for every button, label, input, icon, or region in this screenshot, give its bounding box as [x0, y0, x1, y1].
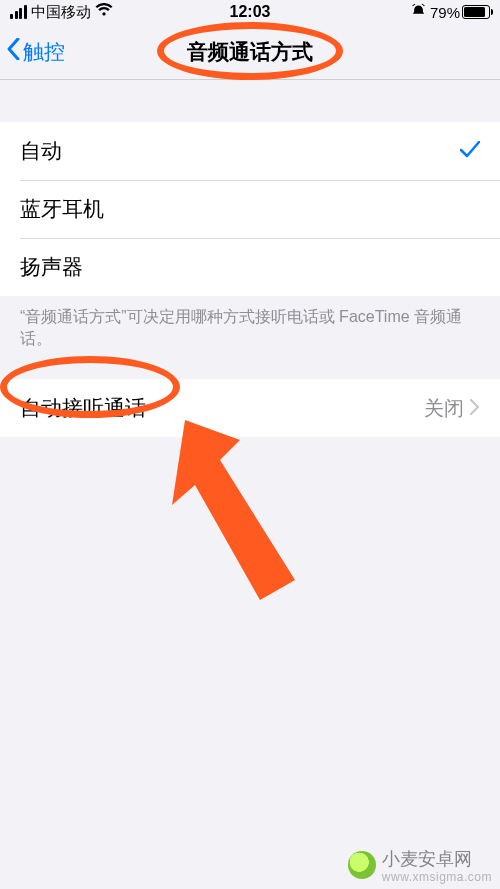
option-bluetooth[interactable]: 蓝牙耳机 [0, 180, 500, 238]
option-auto[interactable]: 自动 [0, 122, 500, 180]
auto-answer-group: 自动接听通话 关闭 [0, 379, 500, 437]
option-label: 扬声器 [20, 253, 83, 281]
option-label: 蓝牙耳机 [20, 195, 104, 223]
watermark-logo-icon [348, 851, 376, 879]
chevron-left-icon [6, 38, 21, 65]
page-title: 音频通话方式 [187, 38, 313, 66]
row-value: 关闭 [424, 395, 480, 422]
watermark: 小麦安卓网 www.xmsigma.com [348, 847, 492, 883]
auto-answer-label: 自动接听通话 [20, 394, 146, 422]
battery-icon [462, 5, 490, 19]
auto-answer-row[interactable]: 自动接听通话 关闭 [0, 379, 500, 437]
checkmark-icon [460, 137, 480, 165]
routing-options-list: 自动 蓝牙耳机 扬声器 [0, 122, 500, 296]
carrier-label: 中国移动 [31, 3, 91, 22]
back-button[interactable]: 触控 [0, 38, 65, 66]
back-label: 触控 [23, 38, 65, 66]
wifi-icon [95, 3, 113, 21]
battery-indicator: 79% [430, 4, 490, 21]
status-bar: 中国移动 12:03 79% [0, 0, 500, 24]
auto-answer-value: 关闭 [424, 395, 464, 422]
watermark-name: 小麦安卓网 [382, 847, 472, 871]
nav-bar: 触控 音频通话方式 [0, 24, 500, 80]
svg-marker-0 [172, 420, 295, 600]
option-label: 自动 [20, 137, 62, 165]
option-speaker[interactable]: 扬声器 [0, 238, 500, 296]
status-left: 中国移动 [10, 3, 113, 22]
watermark-url: www.xmsigma.com [382, 871, 492, 883]
alarm-icon [411, 3, 426, 21]
signal-icon [10, 5, 27, 19]
chevron-right-icon [470, 395, 480, 421]
section-footer: “音频通话方式”可决定用哪种方式接听电话或 FaceTime 音频通话。 [0, 296, 500, 349]
status-right: 79% [411, 3, 490, 21]
status-time: 12:03 [230, 3, 271, 21]
